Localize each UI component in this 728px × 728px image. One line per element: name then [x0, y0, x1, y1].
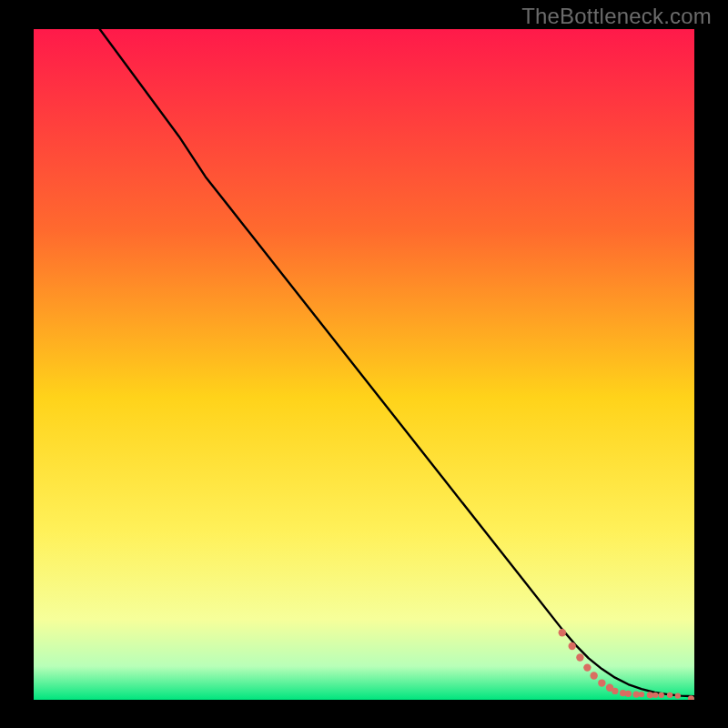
- gradient-background: [34, 29, 694, 700]
- plot-area: [34, 29, 694, 700]
- data-point: [625, 691, 632, 697]
- data-point: [568, 642, 575, 650]
- data-point: [652, 693, 658, 698]
- data-point: [559, 629, 566, 636]
- data-point: [667, 693, 672, 698]
- data-point: [647, 692, 653, 698]
- data-point: [583, 663, 591, 671]
- data-point: [639, 692, 644, 697]
- data-point: [590, 672, 597, 679]
- data-point: [612, 688, 618, 694]
- watermark-text: TheBottleneck.com: [521, 4, 712, 29]
- plot-svg: [34, 29, 694, 700]
- chart-frame: TheBottleneck.com: [0, 0, 728, 728]
- data-point: [576, 653, 583, 661]
- data-point: [659, 693, 664, 698]
- data-point: [633, 692, 640, 698]
- data-point: [598, 679, 605, 686]
- data-point: [675, 693, 681, 698]
